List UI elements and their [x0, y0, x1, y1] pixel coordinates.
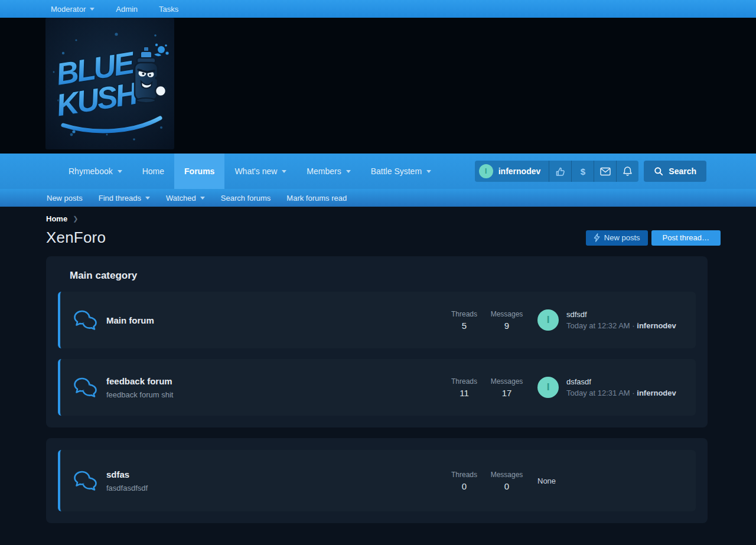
subnav-find-threads[interactable]: Find threads — [99, 194, 150, 203]
site-header: BLUE KUSH — [0, 18, 756, 154]
last-post-author[interactable]: infernodev — [637, 321, 676, 330]
last-post-title[interactable]: dsfasdf — [566, 377, 676, 386]
last-post-time[interactable]: Today at 12:32 AM — [566, 321, 630, 330]
can-glove — [155, 86, 166, 96]
subnav-label: New posts — [47, 194, 83, 203]
chevron-down-icon — [426, 170, 431, 173]
chevron-down-icon — [118, 170, 122, 173]
nav-item-rhymebook[interactable]: Rhymebook — [58, 154, 132, 189]
reactions-button[interactable] — [549, 161, 571, 182]
nav-item-label: Members — [307, 167, 341, 176]
alerts-button[interactable] — [616, 161, 638, 182]
breadcrumb-home-link[interactable]: Home — [46, 214, 67, 223]
envelope-icon — [600, 167, 611, 176]
username: infernodev — [498, 167, 541, 176]
page-title-row: XenForo New posts Post thread… — [46, 229, 721, 247]
last-post-meta: Today at 12:31 AM · infernodev — [566, 389, 676, 397]
threads-label: Threads — [443, 471, 485, 479]
avatar[interactable]: I — [537, 309, 559, 331]
moderator-menu-label: Moderator — [51, 5, 86, 14]
moderator-menu[interactable]: Moderator — [51, 5, 94, 14]
forum-description: fasdfasdfsdf — [106, 484, 443, 492]
forum-name[interactable]: feedback forum — [106, 376, 443, 386]
forum-icon-wrap — [73, 377, 99, 398]
messages-label: Messages — [485, 377, 528, 386]
forum-row-feedback-forum[interactable]: feedback forum feedback forum shit Threa… — [58, 359, 696, 416]
nav-item-battle-system[interactable]: Battle System — [361, 154, 441, 189]
subnav-label: Watched — [166, 194, 196, 203]
forum-main: Main forum — [106, 315, 443, 325]
magnifier-icon — [654, 167, 663, 176]
new-posts-button[interactable]: New posts — [586, 230, 648, 246]
site-logo[interactable]: BLUE KUSH — [45, 18, 174, 149]
thumbs-up-icon — [555, 166, 566, 177]
forum-messages-stat: Messages 9 — [485, 310, 528, 331]
nav-item-members[interactable]: Members — [296, 154, 360, 189]
forum-icon-wrap — [73, 470, 99, 491]
page-title: XenForo — [46, 229, 106, 247]
dollar-icon: $ — [581, 167, 585, 177]
subnav-label: Find threads — [99, 194, 141, 203]
messages-label: Messages — [485, 310, 528, 318]
forum-messages-stat: Messages 17 — [485, 377, 528, 398]
last-post-none: None — [537, 477, 556, 485]
bell-icon — [623, 166, 633, 177]
nav-item-forums[interactable]: Forums — [174, 154, 224, 189]
search-button[interactable]: Search — [644, 161, 706, 182]
nav-item-whats-new[interactable]: What's new — [224, 154, 296, 189]
admin-link[interactable]: Admin — [116, 5, 138, 14]
forum-row-sdfas[interactable]: sdfas fasdfasdfsdf Threads 0 Messages 0 … — [58, 450, 696, 511]
last-post: None — [537, 477, 696, 485]
chevron-down-icon — [145, 197, 150, 200]
credits-button[interactable]: $ — [571, 161, 594, 182]
subnav-watched[interactable]: Watched — [166, 194, 205, 203]
post-thread-button[interactable]: Post thread… — [651, 230, 721, 246]
forum-description: feedback forum shit — [106, 390, 443, 399]
category-block-main: Main category Main forum Threads 5 Messa… — [46, 256, 708, 427]
messages-count: 9 — [485, 321, 528, 331]
inbox-button[interactable] — [594, 161, 616, 182]
chat-bubbles-icon — [73, 309, 98, 331]
chevron-down-icon — [200, 197, 205, 200]
page-content: Home ❯ XenForo New posts Post thread… Ma… — [0, 207, 756, 523]
last-post-time[interactable]: Today at 12:31 AM — [566, 389, 630, 397]
chat-bubbles-icon — [73, 470, 98, 491]
last-post-title[interactable]: sdfsdf — [566, 310, 676, 319]
meta-separator: · — [632, 389, 634, 397]
subnav-label: Search forums — [221, 194, 271, 203]
avatar: I — [479, 164, 493, 178]
category-block-second: sdfas fasdfasdfsdf Threads 0 Messages 0 … — [46, 438, 708, 523]
forum-main: sdfas fasdfasdfsdf — [106, 469, 443, 492]
page-action-buttons: New posts Post thread… — [586, 230, 721, 246]
nav-item-label: Home — [142, 167, 164, 176]
search-button-label: Search — [669, 167, 696, 176]
breadcrumb: Home ❯ — [46, 207, 721, 223]
chevron-down-icon — [346, 170, 351, 173]
forum-row-main-forum[interactable]: Main forum Threads 5 Messages 9 I sdfsdf… — [58, 292, 696, 348]
forum-main: feedback forum feedback forum shit — [106, 376, 443, 399]
category-title[interactable]: Main category — [70, 270, 696, 282]
tasks-link[interactable]: Tasks — [159, 5, 178, 14]
nav-item-home[interactable]: Home — [132, 154, 174, 189]
blue-kush-logo-art: BLUE KUSH — [45, 18, 174, 149]
messages-label: Messages — [485, 471, 528, 479]
last-post: I sdfsdf Today at 12:32 AM · infernodev — [537, 309, 696, 331]
last-post-author[interactable]: infernodev — [637, 389, 676, 397]
forum-icon-wrap — [73, 309, 99, 331]
avatar[interactable]: I — [537, 377, 559, 398]
subnav-mark-forums-read[interactable]: Mark forums read — [286, 194, 347, 203]
last-post-text: sdfsdf Today at 12:32 AM · infernodev — [566, 310, 676, 330]
new-posts-button-label: New posts — [604, 233, 640, 242]
threads-label: Threads — [443, 310, 485, 318]
subnav-search-forums[interactable]: Search forums — [221, 194, 271, 203]
subnav-new-posts[interactable]: New posts — [47, 194, 83, 203]
forum-name[interactable]: Main forum — [106, 315, 443, 325]
nav-item-label: Forums — [184, 167, 214, 176]
chat-bubbles-icon — [73, 377, 98, 398]
forum-name[interactable]: sdfas — [106, 469, 443, 479]
account-menu[interactable]: I infernodev — [475, 161, 549, 182]
nav-item-label: Rhymebook — [69, 167, 113, 176]
chevron-down-icon — [90, 8, 94, 11]
main-navbar: Rhymebook Home Forums What's new Members… — [0, 154, 756, 189]
nav-item-label: What's new — [234, 167, 277, 176]
